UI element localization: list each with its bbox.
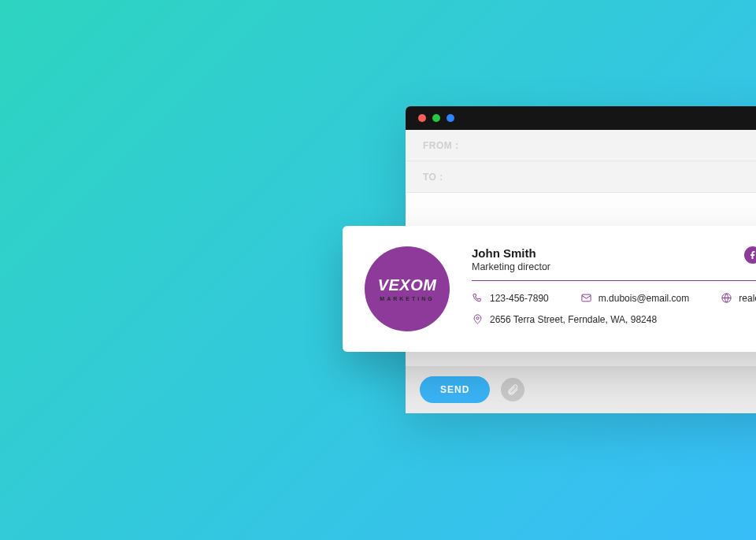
email-text: m.dubois@email.com xyxy=(598,293,690,304)
to-label: TO : xyxy=(423,172,443,183)
contact-title: Marketing director xyxy=(472,261,550,272)
website-text: realestate&co xyxy=(739,293,756,304)
window-titlebar xyxy=(406,106,756,130)
from-field[interactable]: FROM : xyxy=(406,130,756,161)
address-text: 2656 Terra Street, Ferndale, WA, 98248 xyxy=(490,314,657,325)
phone-detail: 123-456-7890 xyxy=(472,292,549,304)
company-logo: VEXOM MARKETING xyxy=(365,246,450,331)
logo-name: VEXOM xyxy=(378,276,437,294)
facebook-icon[interactable] xyxy=(744,246,756,264)
from-label: FROM : xyxy=(423,140,459,151)
compose-footer: SEND xyxy=(406,366,756,413)
signature-card: VEXOM MARKETING John Smith Marketing dir… xyxy=(343,226,756,352)
signature-header: John Smith Marketing director xyxy=(472,246,756,281)
social-links xyxy=(744,246,756,264)
phone-icon xyxy=(472,292,484,304)
contact-name: John Smith xyxy=(472,246,550,260)
mail-icon xyxy=(580,292,592,304)
email-detail: m.dubois@email.com xyxy=(580,292,690,304)
globe-icon xyxy=(721,292,732,304)
svg-rect-0 xyxy=(582,294,591,301)
location-icon xyxy=(472,313,484,325)
logo-tagline: MARKETING xyxy=(380,296,434,301)
svg-point-2 xyxy=(476,317,479,320)
signature-details: 123-456-7890 m.dubois@email.com realesta… xyxy=(472,292,756,325)
address-detail: 2656 Terra Street, Ferndale, WA, 98248 xyxy=(472,313,756,325)
attach-button[interactable] xyxy=(501,378,524,401)
minimize-icon[interactable] xyxy=(432,114,440,122)
paperclip-icon xyxy=(506,383,519,396)
maximize-icon[interactable] xyxy=(447,114,454,122)
close-icon[interactable] xyxy=(418,114,426,122)
phone-text: 123-456-7890 xyxy=(490,293,549,304)
signature-content: John Smith Marketing director 123-456-78… xyxy=(472,246,756,331)
send-button[interactable]: SEND xyxy=(420,376,490,403)
website-detail: realestate&co xyxy=(721,292,756,304)
to-field[interactable]: TO : xyxy=(406,161,756,193)
